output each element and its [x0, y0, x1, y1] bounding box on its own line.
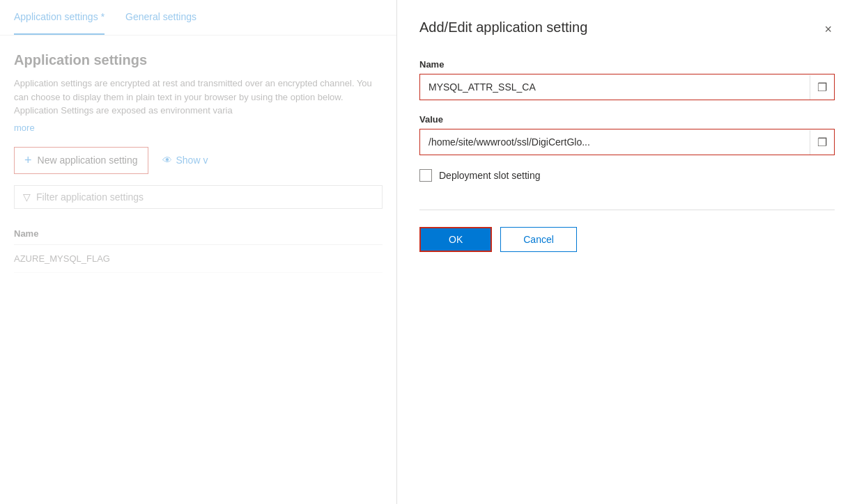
modal-buttons: OK Cancel [419, 227, 835, 252]
modal-divider [419, 210, 835, 210]
deployment-slot-checkbox[interactable] [419, 169, 432, 182]
modal-panel: Add/Edit application setting × Name ❐ Va… [397, 0, 857, 504]
cancel-button[interactable]: Cancel [500, 227, 577, 252]
value-field-group: Value ❐ [419, 114, 835, 155]
tab-asterisk: * [101, 11, 105, 22]
show-values-button[interactable]: 👁 Show v [162, 155, 208, 166]
left-panel: Application settings* General settings A… [0, 0, 397, 504]
learn-more-link[interactable]: more [14, 123, 35, 133]
new-application-setting-button[interactable]: + New application setting [14, 147, 148, 174]
actions-row: + New application setting 👁 Show v [14, 147, 383, 174]
show-values-label: Show v [176, 155, 208, 166]
table-header: Name [14, 223, 383, 245]
table-col-name: Name [14, 228, 38, 239]
value-input[interactable] [420, 129, 810, 155]
name-input-wrapper: ❐ [419, 74, 835, 100]
table-row: AZURE_MYSQL_FLAG [14, 245, 383, 273]
modal-title: Add/Edit application setting [419, 19, 587, 36]
eye-icon: 👁 [162, 155, 172, 166]
filter-row: ▽ [14, 185, 383, 209]
tab-application-settings-label: Application settings [14, 11, 98, 22]
tab-bar: Application settings* General settings [0, 0, 396, 36]
new-setting-label: New application setting [38, 155, 138, 166]
name-field-group: Name ❐ [419, 59, 835, 100]
filter-input[interactable] [36, 191, 373, 203]
left-content: Application settings Application setting… [0, 36, 396, 290]
ok-button[interactable]: OK [419, 227, 492, 252]
deployment-slot-row: Deployment slot setting [419, 169, 835, 182]
description-text: Application settings are encrypted at re… [14, 77, 383, 118]
tab-general-settings-label: General settings [125, 11, 196, 22]
section-title: Application settings [14, 52, 383, 68]
tab-application-settings[interactable]: Application settings* [14, 0, 105, 35]
value-copy-icon[interactable]: ❐ [810, 130, 834, 155]
value-input-wrapper: ❐ [419, 129, 835, 155]
name-input[interactable] [420, 74, 810, 100]
tab-general-settings[interactable]: General settings [125, 0, 196, 35]
modal-header: Add/Edit application setting × [419, 19, 835, 40]
table-row-1-name: AZURE_MYSQL_FLAG [14, 253, 110, 264]
filter-icon: ▽ [23, 191, 31, 203]
plus-icon: + [24, 153, 32, 168]
deployment-slot-label: Deployment slot setting [439, 170, 541, 181]
close-button[interactable]: × [821, 19, 835, 40]
name-label: Name [419, 59, 835, 70]
value-label: Value [419, 114, 835, 125]
name-copy-icon[interactable]: ❐ [810, 75, 834, 100]
